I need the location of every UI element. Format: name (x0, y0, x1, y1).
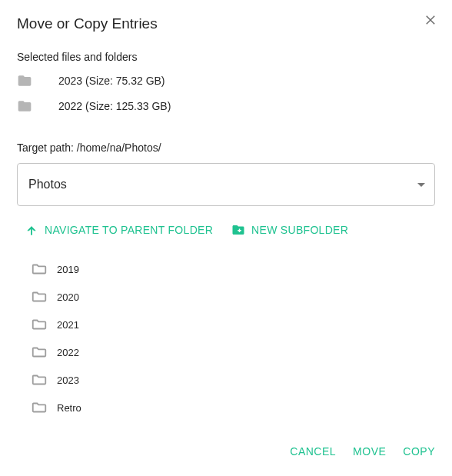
arrow-up-icon (25, 223, 38, 237)
folder-outline-icon (31, 261, 48, 278)
folder-row[interactable]: 2021 (31, 311, 435, 338)
folder-row[interactable]: 2020 (31, 283, 435, 311)
target-path-label: Target path: /home/na/Photos/ (17, 141, 435, 154)
close-button[interactable] (421, 11, 440, 29)
new-subfolder-label: NEW SUBFOLDER (251, 224, 348, 236)
navigate-parent-label: NAVIGATE TO PARENT FOLDER (45, 224, 213, 236)
folder-list: 2019 2020 2021 2022 2023 (17, 255, 435, 421)
move-button[interactable]: MOVE (353, 441, 386, 462)
close-icon (424, 13, 437, 27)
folder-name: 2023 (57, 374, 79, 386)
navigate-parent-button[interactable]: NAVIGATE TO PARENT FOLDER (25, 218, 213, 241)
folder-outline-icon (31, 316, 48, 333)
dialog-title: Move or Copy Entries (17, 15, 435, 32)
folder-outline-icon (31, 344, 48, 361)
folder-outline-icon (31, 371, 48, 388)
folder-outline-icon (31, 399, 48, 416)
folder-name: Retro (57, 402, 81, 414)
chevron-down-icon (417, 183, 425, 187)
folder-name: 2021 (57, 319, 79, 331)
move-copy-dialog: Move or Copy Entries Selected files and … (0, 0, 452, 476)
folder-name: 2019 (57, 264, 79, 275)
select-value: Photos (28, 178, 417, 191)
selected-files-label: Selected files and folders (17, 51, 435, 63)
selected-item-text: 2022 (Size: 125.33 GB) (58, 100, 171, 112)
selected-items-list: 2023 (Size: 75.32 GB) 2022 (Size: 125.33… (17, 63, 435, 114)
folder-row[interactable]: Retro (31, 394, 435, 421)
selected-item: 2022 (Size: 125.33 GB) (17, 98, 435, 114)
dialog-button-bar: CANCEL MOVE COPY (17, 441, 435, 462)
new-subfolder-button[interactable]: NEW SUBFOLDER (231, 218, 348, 241)
folder-row[interactable]: 2022 (31, 338, 435, 366)
selected-item: 2023 (Size: 75.32 GB) (17, 73, 435, 88)
folder-row[interactable]: 2019 (31, 255, 435, 283)
new-folder-icon (231, 223, 245, 237)
cancel-button[interactable]: CANCEL (290, 441, 336, 462)
folder-name: 2020 (57, 291, 79, 303)
target-folder-select[interactable]: Photos (17, 163, 435, 206)
folder-actions-row: NAVIGATE TO PARENT FOLDER NEW SUBFOLDER (17, 218, 435, 241)
folder-outline-icon (31, 288, 48, 305)
folder-icon (17, 73, 32, 88)
folder-row[interactable]: 2023 (31, 366, 435, 394)
copy-button[interactable]: COPY (403, 441, 435, 462)
folder-name: 2022 (57, 347, 79, 358)
selected-item-text: 2023 (Size: 75.32 GB) (58, 75, 165, 87)
folder-icon (17, 98, 32, 114)
